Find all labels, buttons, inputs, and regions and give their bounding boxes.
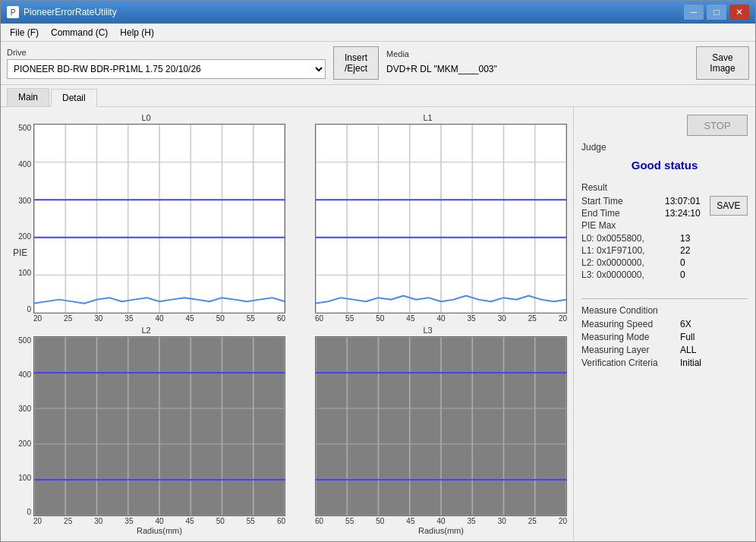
chart-L1-body [315, 124, 567, 314]
chart-L1-title: L1 [288, 113, 567, 122]
chart-L2-yaxis: 500 400 300 200 100 0 [7, 336, 33, 516]
start-time-value: 13:07:01 [665, 196, 701, 206]
start-time-label: Start Time [581, 196, 665, 206]
measuring-speed-row: Measuring Speed 6X [581, 319, 748, 329]
chart-L1-wrapper [288, 124, 567, 314]
measuring-layer-value: ALL [680, 345, 696, 355]
measuring-layer-row: Measuring Layer ALL [581, 345, 748, 355]
chart-L3: L3 [288, 326, 567, 535]
verification-criteria-label: Verification Criteria [581, 358, 680, 368]
measuring-mode-label: Measuring Mode [581, 332, 680, 342]
pie-max-section: PIE Max L0: 0x0055800, 13 L1: 0x1F97100,… [581, 220, 748, 280]
measuring-mode-value: Full [680, 332, 695, 342]
window-controls: ─ □ ✕ [684, 5, 749, 20]
save-image-button[interactable]: Save Image [696, 46, 749, 80]
measure-section: Measure Condition Measuring Speed 6X Mea… [581, 305, 748, 370]
media-label: Media [386, 49, 688, 58]
pie-L2-label: L2: 0x0000000, [581, 257, 680, 268]
chart-L0-xaxis: 20 25 30 35 40 45 50 55 60 [7, 314, 285, 323]
chart-L3-xlabel: Radius(mm) [288, 526, 567, 535]
pie-L3-label: L3: 0x0000000, [581, 269, 680, 280]
menu-bar: File (F) Command (C) Help (H) [1, 24, 755, 42]
chart-L3-wrapper [288, 336, 567, 516]
toolbar: Drive PIONEER BD-RW BDR-PR1ML 1.75 20/10… [1, 42, 755, 85]
pie-max-label: PIE Max [581, 220, 748, 231]
drive-select[interactable]: PIONEER BD-RW BDR-PR1ML 1.75 20/10/26 [7, 59, 326, 79]
chart-L2: L2 500 400 300 200 100 0 [7, 326, 285, 535]
menu-file[interactable]: File (F) [4, 26, 45, 39]
chart-L2-svg [34, 337, 285, 515]
chart-L3-title: L3 [288, 326, 567, 335]
app-icon: P [7, 6, 19, 18]
end-time-row: End Time 13:24:10 [581, 208, 701, 219]
drive-label: Drive [7, 48, 326, 57]
pie-L1-label: L1: 0x1F97100, [581, 245, 680, 256]
charts-area: PIE L0 500 400 300 200 100 0 [1, 107, 573, 541]
divider [581, 298, 748, 299]
chart-L0-body [33, 124, 285, 314]
save-button[interactable]: SAVE [710, 196, 748, 216]
side-panel: STOP Judge Good status Result Start Time… [573, 107, 755, 541]
pie-L1-value: 22 [680, 245, 690, 256]
chart-L1: L1 [288, 113, 567, 323]
verification-criteria-row: Verification Criteria Initial [581, 358, 748, 368]
tab-detail[interactable]: Detail [51, 89, 97, 107]
chart-L3-body [315, 336, 567, 516]
start-time-row: Start Time 13:07:01 [581, 196, 701, 206]
chart-L1-svg [316, 124, 566, 313]
measuring-speed-value: 6X [680, 319, 691, 329]
chart-L3-yaxis [288, 336, 315, 516]
measuring-layer-label: Measuring Layer [581, 345, 680, 355]
end-time-label: End Time [581, 208, 665, 219]
chart-L2-body [33, 336, 285, 516]
pie-L0-row: L0: 0x0055800, 13 [581, 233, 748, 244]
verification-criteria-value: Initial [680, 358, 701, 368]
result-label: Result [581, 182, 748, 193]
pie-L0-label: L0: 0x0055800, [581, 233, 680, 244]
chart-L2-title: L2 [7, 326, 285, 335]
measuring-mode-row: Measuring Mode Full [581, 332, 748, 342]
chart-L2-wrapper: 500 400 300 200 100 0 [7, 336, 285, 516]
tab-main[interactable]: Main [7, 88, 49, 106]
chart-L1-xaxis: 60 55 50 45 40 35 30 25 20 [288, 314, 567, 323]
chart-L0-title: L0 [7, 113, 285, 122]
menu-command[interactable]: Command (C) [45, 26, 114, 39]
chart-L0-wrapper: 500 400 300 200 100 0 [7, 124, 285, 314]
chart-L0: L0 500 400 300 200 100 0 [7, 113, 285, 323]
tab-bar: Main Detail [1, 85, 755, 107]
pie-L3-row: L3: 0x0000000, 0 [581, 269, 748, 280]
content-area: PIE L0 500 400 300 200 100 0 [1, 107, 755, 541]
pie-L2-row: L2: 0x0000000, 0 [581, 257, 748, 268]
media-section: Media DVD+R DL "MKM____003" [386, 49, 688, 77]
insert-eject-button[interactable]: Insert /Eject [333, 46, 379, 80]
chart-L3-xaxis: 60 55 50 45 40 35 30 25 20 [288, 516, 567, 525]
measuring-speed-label: Measuring Speed [581, 319, 680, 329]
chart-L1-yaxis [288, 124, 315, 314]
chart-L0-yaxis: 500 400 300 200 100 0 [7, 124, 33, 314]
pie-L3-value: 0 [680, 269, 685, 280]
window-title: PioneerErrorRateUtility [24, 7, 684, 17]
measure-label: Measure Condition [581, 305, 748, 316]
stop-button[interactable]: STOP [687, 115, 748, 136]
pie-L1-row: L1: 0x1F97100, 22 [581, 245, 748, 256]
menu-help[interactable]: Help (H) [114, 26, 160, 39]
judge-status: Good status [581, 156, 748, 175]
title-bar: P PioneerErrorRateUtility ─ □ ✕ [1, 1, 755, 24]
chart-L3-svg [316, 337, 566, 515]
end-time-value: 13:24:10 [665, 208, 701, 219]
main-window: P PioneerErrorRateUtility ─ □ ✕ File (F)… [0, 0, 756, 542]
close-button[interactable]: ✕ [729, 5, 749, 20]
judge-section: Judge Good status [581, 142, 748, 175]
drive-group: Drive PIONEER BD-RW BDR-PR1ML 1.75 20/10… [7, 48, 326, 79]
maximize-button[interactable]: □ [707, 5, 726, 20]
pie-L2-value: 0 [680, 257, 685, 268]
media-value: DVD+R DL "MKM____003" [386, 61, 688, 77]
chart-L0-svg [34, 124, 285, 313]
result-section: Result Start Time 13:07:01 End Time 13:2… [581, 182, 748, 285]
pie-L0-value: 13 [680, 233, 690, 244]
judge-label: Judge [581, 142, 748, 153]
chart-L2-xlabel: Radius(mm) [7, 526, 285, 535]
chart-L2-xaxis: 20 25 30 35 40 45 50 55 60 [7, 516, 285, 525]
minimize-button[interactable]: ─ [684, 5, 704, 20]
